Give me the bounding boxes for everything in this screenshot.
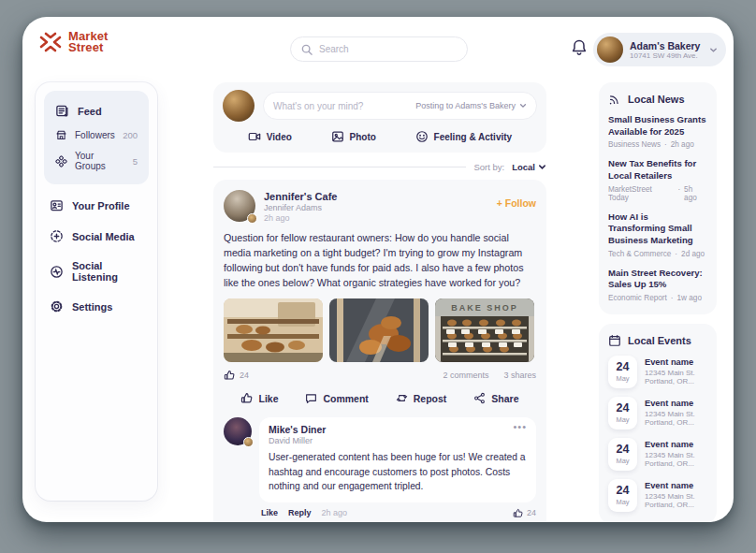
- feed-column: Posting to Adams's Bakery Video Photo: [213, 82, 546, 522]
- like-count: 24: [240, 371, 249, 380]
- comments-count[interactable]: 2 comments: [443, 371, 488, 380]
- account-address: 10741 SW 49th Ave.: [630, 51, 703, 60]
- news-item[interactable]: Main Street Recovery: Sales Up 15% Econo…: [608, 268, 707, 302]
- thumbs-up-icon: [513, 508, 523, 518]
- sidebar-item-label: Followers: [75, 130, 115, 140]
- composer-field[interactable]: Posting to Adams's Bakery: [263, 92, 537, 120]
- comment-label: Comment: [323, 393, 368, 404]
- event-date: 24May: [608, 479, 637, 512]
- event-day: 24: [617, 444, 630, 456]
- smiley-icon: [415, 130, 429, 143]
- chevron-down-icon: [519, 102, 527, 109]
- local-events-card: Local Events 24May Event name12345 Main …: [599, 324, 717, 522]
- news-time: 2d ago: [681, 250, 705, 258]
- desktop-background: Market Street Adam's Bakery 10741 SW 49t…: [0, 0, 756, 553]
- comment-business-name[interactable]: Mike's Diner: [269, 424, 513, 435]
- repost-button[interactable]: Repost: [396, 392, 447, 404]
- sidebar-item-social-media[interactable]: Social Media: [44, 221, 149, 252]
- sidebar-item-social-listening[interactable]: Social Listening: [44, 252, 149, 291]
- profile-icon: [50, 198, 64, 212]
- video-button[interactable]: Video: [248, 130, 292, 143]
- sort-row: Sort by: Local: [213, 162, 546, 172]
- meta-separator: ·: [675, 250, 677, 258]
- news-time: 5h ago: [684, 185, 707, 202]
- post-photo-bakery-kitchen[interactable]: [224, 298, 323, 362]
- more-options-icon[interactable]: •••: [513, 424, 527, 431]
- news-item[interactable]: Small Business Grants Available for 2025…: [608, 114, 707, 149]
- sidebar-item-feed[interactable]: Feed: [51, 97, 141, 124]
- sidebar-item-settings[interactable]: Settings: [44, 291, 149, 322]
- feed-post: Jennifer's Cafe Jennifer Adams 2h ago + …: [213, 180, 546, 522]
- shares-count[interactable]: 3 shares: [503, 371, 536, 380]
- gear-icon: [50, 299, 64, 313]
- bell-icon[interactable]: [570, 38, 589, 57]
- search-bar[interactable]: [290, 36, 468, 62]
- news-time: 2h ago: [671, 140, 694, 149]
- sort-by-label: Sort by:: [473, 162, 504, 172]
- comment-icon: [305, 392, 317, 404]
- post-timestamp: 2h ago: [264, 213, 488, 223]
- event-item[interactable]: 24May Event name12345 Main St. Portland,…: [608, 438, 707, 471]
- sidebar-item-followers[interactable]: Followers 200: [51, 124, 141, 146]
- post-actions: Like Comment Repost Share: [224, 390, 536, 408]
- followers-count: 200: [123, 130, 138, 140]
- event-address: 12345 Main St. Portland, OR...: [645, 410, 707, 427]
- event-address: 12345 Main St. Portland, OR...: [645, 369, 707, 386]
- feeling-activity-button[interactable]: Feeling & Activity: [415, 130, 513, 143]
- composer-input[interactable]: [273, 101, 410, 111]
- news-headline: New Tax Benefits for Local Retailers: [608, 158, 707, 182]
- sidebar-item-label: Social Listening: [72, 260, 143, 283]
- account-name: Adam's Bakery: [630, 40, 703, 51]
- event-item[interactable]: 24May Event name12345 Main St. Portland,…: [608, 479, 707, 512]
- news-source: MarketStreet Today: [608, 185, 674, 202]
- post-composer: Posting to Adams's Bakery Video Photo: [213, 82, 546, 153]
- comment-like-link[interactable]: Like: [261, 508, 278, 517]
- comment-avatar[interactable]: [224, 417, 252, 445]
- news-item[interactable]: How AI is Transforming Small Business Ma…: [608, 211, 707, 258]
- news-headline: How AI is Transforming Small Business Ma…: [608, 211, 707, 247]
- post-author: Jennifer Adams: [264, 203, 488, 212]
- event-item[interactable]: 24May Event name12345 Main St. Portland,…: [608, 397, 707, 429]
- comment-button[interactable]: Comment: [305, 392, 368, 404]
- sort-value: Local: [512, 162, 535, 172]
- account-menu[interactable]: Adam's Bakery 10741 SW 49th Ave.: [593, 33, 726, 66]
- comment-reply-link[interactable]: Reply: [288, 508, 312, 517]
- news-headline: Main Street Recovery: Sales Up 15%: [608, 268, 707, 291]
- event-item[interactable]: 24May Event name12345 Main St. Portland,…: [608, 356, 707, 388]
- comment-timestamp: 2h ago: [322, 508, 348, 517]
- post-photo-bake-shop-storefront[interactable]: BAKE SHOP: [435, 298, 534, 362]
- thumbs-up-icon[interactable]: [224, 370, 235, 381]
- sidebar-item-label: Your Groups: [75, 151, 125, 171]
- post-avatar[interactable]: [224, 190, 255, 222]
- post-body: Question for fellow restaurant owners: H…: [224, 230, 536, 290]
- sidebar-item-your-groups[interactable]: Your Groups 5: [51, 146, 141, 176]
- comment-author: David Miller: [269, 436, 513, 445]
- rss-icon: [608, 93, 621, 106]
- follow-button[interactable]: + Follow: [497, 190, 536, 209]
- event-month: May: [616, 498, 629, 506]
- search-input[interactable]: [319, 44, 457, 54]
- posting-to-selector[interactable]: Posting to Adams's Bakery: [415, 101, 527, 110]
- sidebar-item-your-profile[interactable]: Your Profile: [44, 190, 149, 221]
- event-name: Event name: [645, 440, 707, 449]
- post-photos: BAKE SHOP: [224, 298, 536, 362]
- event-day: 24: [617, 361, 630, 373]
- like-button[interactable]: Like: [240, 392, 278, 404]
- logo-mark-icon: [38, 30, 63, 54]
- comment-body: User-generated content has been huge for…: [269, 450, 527, 493]
- sort-dropdown[interactable]: Local: [512, 162, 546, 172]
- event-date: 24May: [608, 438, 637, 471]
- sidebar-nav-list: Your Profile Social Media Social Listeni…: [44, 190, 149, 322]
- event-date: 24May: [608, 356, 637, 388]
- app-logo: Market Street: [38, 30, 109, 54]
- post-business-name[interactable]: Jennifer's Cafe: [264, 191, 488, 202]
- news-item[interactable]: New Tax Benefits for Local Retailers Mar…: [608, 158, 707, 201]
- meta-separator: ·: [671, 294, 674, 302]
- chevron-down-icon: [538, 163, 546, 171]
- share-button[interactable]: Share: [473, 392, 518, 404]
- post-photo-bread-display[interactable]: [329, 298, 429, 362]
- comment-like-count[interactable]: 24: [513, 508, 536, 518]
- photo-button[interactable]: Photo: [331, 130, 376, 143]
- comment: Mike's Diner David Miller ••• User-gener…: [224, 417, 536, 517]
- app-window: Market Street Adam's Bakery 10741 SW 49t…: [22, 17, 734, 522]
